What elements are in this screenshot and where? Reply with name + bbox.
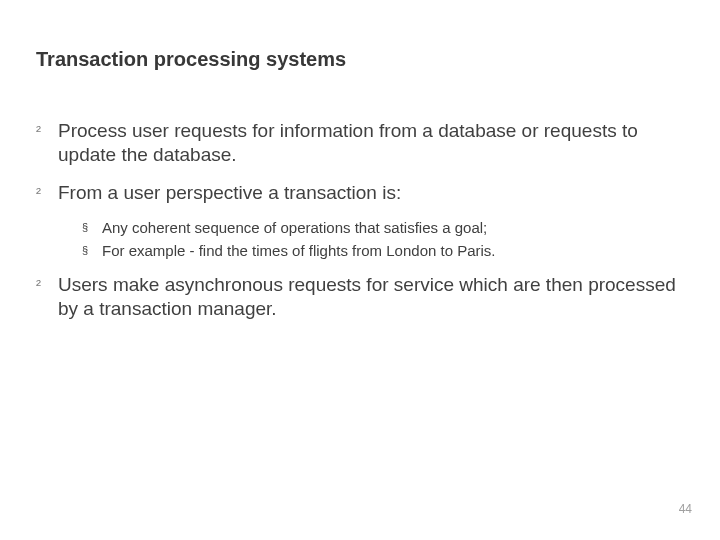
bullet-item: ² Process user requests for information …: [36, 119, 684, 167]
bullet-item: ² From a user perspective a transaction …: [36, 181, 684, 205]
sub-text: Any coherent sequence of operations that…: [102, 218, 684, 238]
bullet-list: ² Process user requests for information …: [36, 119, 684, 320]
diamond-icon: ²: [36, 119, 58, 142]
sub-item: § Any coherent sequence of operations th…: [82, 218, 684, 238]
bullet-text: Users make asynchronous requests for ser…: [58, 273, 684, 321]
sub-item: § For example - find the times of flight…: [82, 241, 684, 261]
bullet-text: From a user perspective a transaction is…: [58, 181, 684, 205]
page-number: 44: [679, 502, 692, 516]
sub-text: For example - find the times of flights …: [102, 241, 684, 261]
diamond-icon: ²: [36, 181, 58, 204]
sub-list: § Any coherent sequence of operations th…: [82, 218, 684, 261]
square-icon: §: [82, 241, 102, 261]
bullet-text: Process user requests for information fr…: [58, 119, 684, 167]
diamond-icon: ²: [36, 273, 58, 296]
bullet-item: ² Users make asynchronous requests for s…: [36, 273, 684, 321]
slide-title: Transaction processing systems: [36, 48, 684, 71]
square-icon: §: [82, 218, 102, 238]
